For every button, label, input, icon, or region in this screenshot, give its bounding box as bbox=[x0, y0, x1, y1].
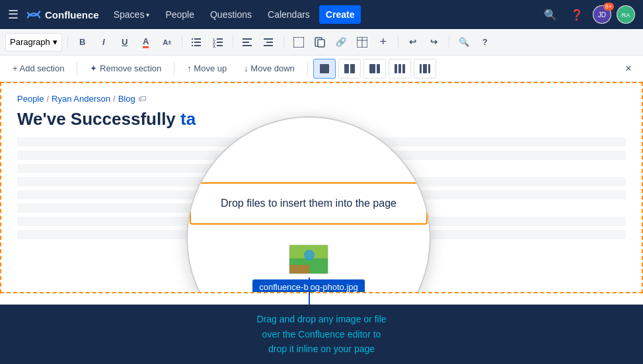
section-sep-2 bbox=[174, 61, 174, 76]
layout-two-column[interactable] bbox=[338, 59, 361, 79]
section-sep-1 bbox=[77, 61, 77, 76]
svg-rect-15 bbox=[217, 45, 223, 46]
svg-rect-35 bbox=[402, 64, 405, 73]
svg-rect-24 bbox=[318, 40, 324, 47]
avatar[interactable]: JD bbox=[593, 5, 611, 24]
bottom-text: Drag and drop any image or file over the… bbox=[256, 312, 386, 356]
sep-6 bbox=[449, 36, 449, 49]
svg-rect-17 bbox=[243, 42, 249, 43]
svg-rect-37 bbox=[423, 64, 427, 73]
section-toolbar: + Add section ✦ Remove section ↑ Move up… bbox=[0, 55, 643, 82]
num-list-button[interactable]: 1.2.3. bbox=[209, 33, 227, 52]
layout-three-column[interactable] bbox=[389, 59, 411, 79]
notifications[interactable]: JD bbox=[593, 5, 611, 24]
breadcrumb: People / Ryan Anderson / Blog 🏷 bbox=[17, 94, 626, 104]
search-button[interactable]: 🔍 bbox=[455, 33, 473, 52]
svg-rect-30 bbox=[350, 64, 355, 73]
svg-text:RA: RA bbox=[622, 12, 631, 18]
help-button[interactable]: ? bbox=[476, 33, 494, 52]
confluence-logo-icon bbox=[26, 7, 41, 22]
nav-spaces[interactable]: Spaces ▾ bbox=[107, 5, 157, 24]
layout-two-col-right[interactable] bbox=[363, 59, 386, 79]
block-button[interactable] bbox=[289, 33, 308, 52]
help-icon[interactable]: ❓ bbox=[566, 5, 587, 25]
navbar: ☰ Confluence Spaces ▾ People Questions C… bbox=[0, 0, 643, 29]
svg-rect-6 bbox=[192, 42, 193, 43]
redo-button[interactable]: ↪ bbox=[425, 33, 443, 52]
move-down-button[interactable]: ↓ Move down bbox=[237, 59, 302, 79]
content-area: People / Ryan Anderson / Blog 🏷 We've Su… bbox=[0, 82, 643, 293]
link-button[interactable]: 🔗 bbox=[332, 33, 350, 52]
text-size-button[interactable]: A± bbox=[158, 33, 176, 52]
sep-4 bbox=[284, 36, 284, 49]
svg-text:JD: JD bbox=[598, 11, 606, 18]
nav-create[interactable]: Create bbox=[319, 5, 361, 24]
svg-rect-21 bbox=[264, 45, 273, 46]
close-section-toolbar-button[interactable]: × bbox=[619, 59, 638, 78]
svg-rect-16 bbox=[243, 38, 252, 40]
svg-rect-36 bbox=[420, 64, 422, 73]
svg-rect-34 bbox=[398, 64, 401, 73]
logo: Confluence bbox=[26, 7, 99, 22]
svg-rect-22 bbox=[293, 37, 304, 48]
italic-button[interactable]: I bbox=[95, 33, 113, 52]
formatting-toolbar: Paragraph ▾ B I U A A± 1.2.3. 🔗 + ↩ ↪ 🔍 … bbox=[0, 29, 643, 55]
move-up-button[interactable]: ↑ Move up bbox=[180, 59, 234, 79]
color-button[interactable]: A bbox=[137, 33, 155, 52]
svg-rect-13 bbox=[217, 42, 223, 43]
svg-rect-38 bbox=[428, 64, 430, 73]
navbar-right: 🔍 ❓ JD RA bbox=[540, 5, 635, 25]
tag-icon: 🏷 bbox=[138, 94, 147, 104]
logo-text: Confluence bbox=[45, 9, 99, 20]
align-left-button[interactable] bbox=[239, 33, 257, 52]
table-button[interactable] bbox=[353, 33, 371, 52]
search-icon[interactable]: 🔍 bbox=[540, 5, 561, 25]
svg-rect-7 bbox=[194, 42, 201, 43]
breadcrumb-people[interactable]: People bbox=[17, 94, 44, 104]
layout-single-column[interactable] bbox=[313, 59, 336, 79]
breadcrumb-blog[interactable]: Blog bbox=[118, 94, 135, 104]
svg-rect-29 bbox=[344, 64, 349, 73]
nav-links: Spaces ▾ People Questions Calendars Crea… bbox=[107, 5, 532, 24]
nav-people[interactable]: People bbox=[159, 5, 201, 24]
svg-rect-20 bbox=[266, 42, 273, 43]
svg-point-41 bbox=[304, 250, 315, 260]
user-avatar[interactable]: RA bbox=[617, 5, 635, 24]
svg-rect-11 bbox=[217, 38, 223, 40]
paragraph-select[interactable]: Paragraph ▾ bbox=[5, 33, 62, 52]
svg-rect-5 bbox=[194, 38, 201, 40]
layout-three-col-sides[interactable] bbox=[414, 59, 436, 79]
sep-1 bbox=[67, 36, 68, 49]
svg-text:3.: 3. bbox=[213, 44, 216, 48]
bullet-list-button[interactable] bbox=[188, 33, 206, 52]
svg-rect-42 bbox=[289, 265, 309, 274]
underline-button[interactable]: U bbox=[116, 33, 134, 52]
svg-rect-4 bbox=[192, 38, 193, 40]
svg-rect-33 bbox=[395, 64, 397, 73]
svg-rect-32 bbox=[377, 64, 380, 73]
bold-button[interactable]: B bbox=[73, 33, 92, 52]
svg-rect-9 bbox=[194, 45, 201, 46]
sep-3 bbox=[233, 36, 233, 49]
section-sep-3 bbox=[307, 61, 308, 76]
breadcrumb-ryan[interactable]: Ryan Anderson bbox=[52, 94, 110, 104]
add-section-button[interactable]: + Add section bbox=[5, 59, 71, 79]
sep-2 bbox=[182, 36, 182, 49]
sep-5 bbox=[398, 36, 398, 49]
svg-rect-28 bbox=[320, 64, 329, 73]
svg-rect-18 bbox=[243, 45, 252, 46]
svg-rect-8 bbox=[192, 45, 193, 46]
file-thumbnail bbox=[289, 244, 328, 274]
hamburger-icon[interactable]: ☰ bbox=[8, 7, 19, 22]
nav-calendars[interactable]: Calendars bbox=[261, 5, 317, 24]
svg-rect-31 bbox=[369, 64, 375, 73]
drop-zone[interactable]: Drop files to insert them into the page bbox=[190, 182, 428, 225]
undo-button[interactable]: ↩ bbox=[404, 33, 422, 52]
remove-section-button[interactable]: ✦ Remove section bbox=[83, 59, 169, 79]
align-right-button[interactable] bbox=[260, 33, 278, 52]
copy-format-button[interactable] bbox=[311, 33, 329, 52]
bottom-bar: Drag and drop any image or file over the… bbox=[0, 305, 643, 364]
nav-questions[interactable]: Questions bbox=[204, 5, 258, 24]
svg-rect-19 bbox=[264, 38, 273, 40]
insert-button[interactable]: + bbox=[374, 33, 393, 52]
